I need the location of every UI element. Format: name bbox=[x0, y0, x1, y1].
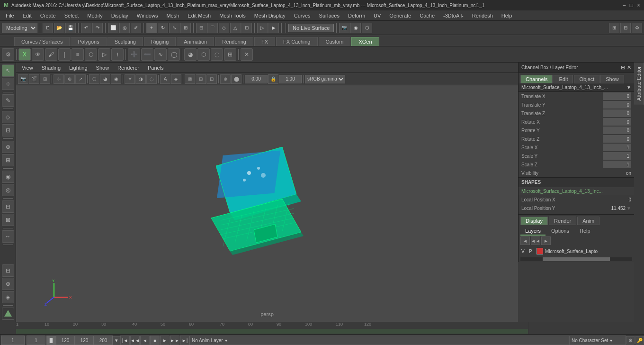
go-to-start-button[interactable]: |◄ bbox=[120, 336, 130, 345]
snap-to-view-button[interactable]: ⊡ bbox=[242, 23, 252, 33]
coord-input-1[interactable] bbox=[245, 75, 268, 83]
channel-value-translate-y[interactable] bbox=[603, 101, 631, 109]
save-file-button[interactable]: 💾 bbox=[65, 23, 76, 33]
vt-grid-button[interactable]: ⊞ bbox=[40, 74, 50, 84]
paint-select-button[interactable]: ✐ bbox=[131, 23, 141, 33]
xgen-sphere-icon[interactable]: ◕ bbox=[184, 48, 197, 61]
render-tab[interactable]: Render bbox=[549, 217, 576, 225]
color-space-selector[interactable]: sRGB gamma bbox=[305, 75, 345, 83]
open-file-button[interactable]: 📂 bbox=[54, 23, 64, 33]
move-select-button[interactable]: ⊹ bbox=[2, 78, 14, 90]
snap-points-button[interactable]: ⊕ bbox=[2, 141, 14, 153]
tab-rigging[interactable]: Rigging bbox=[144, 37, 176, 46]
xgen-remove-icon[interactable]: ➖ bbox=[141, 48, 153, 61]
panels-menu[interactable]: Panels bbox=[144, 64, 168, 72]
xgen-polygon-icon[interactable]: ⬡ bbox=[197, 48, 210, 61]
layer-color-swatch[interactable] bbox=[537, 248, 543, 254]
menu-create[interactable]: Create bbox=[36, 12, 60, 19]
coord-lock-button[interactable]: 🔒 bbox=[268, 74, 278, 84]
layer-back-icon[interactable]: ◄◄ bbox=[531, 236, 540, 245]
vt-screen-space-button[interactable]: ◈ bbox=[171, 74, 181, 84]
channel-value-rotate-z[interactable] bbox=[603, 135, 631, 143]
current-frame-input[interactable] bbox=[27, 336, 45, 345]
menu-mesh[interactable]: Mesh bbox=[162, 12, 183, 19]
layer-forward-icon[interactable]: ► bbox=[541, 236, 551, 245]
vt-xray-active-button[interactable]: ⊡ bbox=[206, 74, 217, 84]
tab-fx[interactable]: FX bbox=[254, 37, 275, 46]
channel-box-close-icon[interactable]: ✕ bbox=[627, 64, 631, 71]
menu-curves[interactable]: Curves bbox=[290, 12, 314, 19]
tab-polygons[interactable]: Polygons bbox=[71, 37, 106, 46]
channel-value-scale-x[interactable] bbox=[603, 144, 631, 151]
xgen-preview-icon[interactable]: ⬡ bbox=[85, 48, 97, 61]
xgen-add-icon[interactable]: ➕ bbox=[128, 48, 140, 61]
tab-fx-caching[interactable]: FX Caching bbox=[276, 37, 317, 46]
menu-rendesh[interactable]: Rendesh bbox=[468, 12, 497, 19]
timeline-bar[interactable] bbox=[0, 328, 644, 334]
xgen-hair-icon[interactable]: ≀ bbox=[111, 48, 124, 61]
redo-button[interactable]: ↷ bbox=[92, 23, 103, 33]
maya-icon-button[interactable] bbox=[2, 308, 14, 320]
character-set-selector[interactable]: No Character Set ▾ bbox=[569, 336, 626, 345]
grid-snap-icon[interactable]: ⊞ bbox=[609, 23, 619, 33]
vt-wireframe-button[interactable]: ⬡ bbox=[89, 74, 99, 84]
layer-scrollbar[interactable] bbox=[520, 257, 632, 261]
menu-select[interactable]: Select bbox=[61, 12, 83, 19]
vt-shadow-button[interactable]: ◑ bbox=[135, 74, 146, 84]
transform-tool-button[interactable]: ⊞ bbox=[180, 23, 191, 33]
vt-axis-button[interactable]: ↗ bbox=[75, 74, 86, 84]
coord-input-2[interactable] bbox=[279, 75, 302, 83]
vt-xray-button[interactable]: ⊠ bbox=[185, 74, 195, 84]
options-tab[interactable]: Options bbox=[546, 227, 574, 236]
edge-select-button[interactable]: ⊡ bbox=[2, 124, 14, 136]
playback-range-end[interactable] bbox=[56, 336, 75, 345]
timeline-scrubber[interactable] bbox=[16, 329, 528, 334]
settings-icon[interactable]: ⚙ bbox=[632, 23, 642, 33]
close-button[interactable]: × bbox=[637, 2, 640, 9]
menu-cache[interactable]: Cache bbox=[416, 12, 438, 19]
xgen-groom-icon[interactable]: ≡ bbox=[72, 48, 84, 61]
show-menu[interactable]: Show bbox=[92, 64, 113, 72]
undo-button[interactable]: ↶ bbox=[81, 23, 91, 33]
layers-tab[interactable]: Layers bbox=[520, 227, 546, 236]
menu-file[interactable]: File bbox=[2, 12, 18, 19]
snap-to-curve-button[interactable]: ⌒ bbox=[207, 23, 218, 33]
attribute-editor-tab[interactable]: Attribute Editor bbox=[634, 63, 644, 105]
vt-pivot-button[interactable]: ⊕ bbox=[64, 74, 75, 84]
xgen-guide-icon[interactable]: | bbox=[58, 48, 71, 61]
view-menu[interactable]: View bbox=[18, 64, 37, 72]
menu-windows[interactable]: Windows bbox=[133, 12, 162, 19]
layout-icon[interactable]: ⊟ bbox=[620, 23, 631, 33]
xgen-render-icon[interactable]: ▷ bbox=[98, 48, 110, 61]
menu-mesh-display[interactable]: Mesh Display bbox=[250, 12, 289, 19]
edit-tab[interactable]: Edit bbox=[554, 75, 573, 83]
xgen-delete-icon[interactable]: ✕ bbox=[241, 48, 253, 61]
xgen-settings-icon[interactable]: ⚙ bbox=[2, 48, 14, 61]
scroll-down-icon[interactable]: ▼ bbox=[626, 206, 631, 211]
menu-display[interactable]: Display bbox=[107, 12, 132, 19]
layer-visible-label[interactable]: V bbox=[521, 249, 527, 254]
vt-ambient-button[interactable]: ◌ bbox=[146, 74, 157, 84]
snap-to-surface-button[interactable]: △ bbox=[230, 23, 241, 33]
tab-sculpting[interactable]: Sculpting bbox=[107, 37, 143, 46]
menu-edit-mesh[interactable]: Edit Mesh bbox=[184, 12, 215, 19]
go-to-end-button[interactable]: ►| bbox=[180, 336, 189, 345]
xgen-description-icon[interactable]: 👁 bbox=[32, 48, 44, 61]
shading-menu[interactable]: Shading bbox=[38, 64, 64, 72]
vertex-select-button[interactable]: ◇ bbox=[2, 111, 14, 123]
xgen-create-icon[interactable]: X bbox=[18, 48, 31, 61]
group-button[interactable]: ⊟ bbox=[2, 200, 14, 213]
paint-tool-button[interactable]: ✎ bbox=[2, 94, 14, 107]
menu-3dtoall[interactable]: -3DtoAll- bbox=[439, 12, 467, 19]
channel-value-scale-y[interactable] bbox=[603, 152, 631, 160]
anim-tab[interactable]: Anim bbox=[577, 217, 599, 225]
maximize-button[interactable]: □ bbox=[630, 2, 633, 9]
vt-smooth-button[interactable]: ◕ bbox=[100, 74, 110, 84]
menu-edit[interactable]: Edit bbox=[19, 12, 36, 19]
move-tool-button[interactable]: + bbox=[146, 23, 157, 33]
channel-box-expand-icon[interactable]: ⊟ bbox=[621, 64, 625, 71]
vt-texture-button[interactable]: ◉ bbox=[111, 74, 121, 84]
xgen-mesh-icon[interactable]: ⊞ bbox=[224, 48, 236, 61]
tab-xgen[interactable]: XGen bbox=[351, 37, 379, 46]
menu-surfaces[interactable]: Surfaces bbox=[315, 12, 343, 19]
